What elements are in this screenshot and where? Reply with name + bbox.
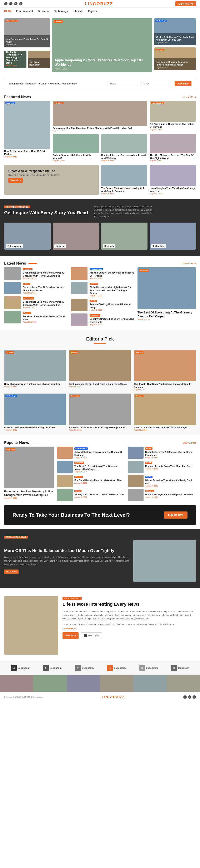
footer-facebook-icon[interactable]: f — [183, 695, 187, 699]
hero-right-top[interactable]: Technology What Is A Clubhouse? The Audi… — [154, 18, 196, 45]
popular-item-c2-2[interactable]: Finance For Good Results Must So Make Go… — [57, 475, 125, 487]
latest-item-7[interactable]: Investment Best Investments For Short Te… — [71, 313, 134, 326]
image-strip — [0, 675, 200, 692]
latest-item-1[interactable]: Entertainment Art And Culture: Discoveri… — [71, 267, 134, 280]
twitter-icon[interactable]: t — [9, 2, 12, 5]
featured-item-3[interactable]: The Alps Mutantts: Discover The Boy Of T… — [150, 134, 196, 162]
hero-left-small2[interactable]: The Digital Revolution — [28, 51, 50, 68]
popular-main[interactable]: Business Economics: See Five Monetary Po… — [4, 446, 54, 501]
linkedin-icon[interactable]: in — [19, 2, 23, 5]
logo-item-2[interactable]: S Logopsum — [75, 665, 93, 671]
footer-twitter-icon[interactable]: t — [188, 695, 191, 699]
featured-item-2[interactable]: Entertainment Art And Culture: Discoveri… — [150, 101, 196, 132]
editor-item-3[interactable]: Technology Polaroid Gets The Museum It's… — [4, 394, 66, 431]
subscribe-button[interactable]: Subscribe — [175, 81, 192, 86]
editor-label-1: Finance — [70, 351, 79, 353]
latest-date-3: August 9, 2021 — [90, 295, 134, 297]
category-technology[interactable]: Technology — [150, 223, 196, 250]
hero-center-big[interactable]: Trending Apple Reopening 25 More US Stor… — [52, 18, 152, 72]
featured-item-1[interactable]: Business Economics: See Five Monetary Po… — [53, 101, 147, 132]
about-watch-now[interactable]: ▶ Watch Now — [81, 632, 102, 639]
logo-item-3[interactable]: L Logopsum — [107, 665, 125, 671]
special-content: More Off This Hello Salamander Lied Much… — [4, 540, 196, 582]
subscribe-name-input[interactable] — [108, 81, 137, 86]
fi3-date: August 9, 2021 — [150, 160, 196, 162]
category-entertainment[interactable]: Entertainment — [4, 223, 51, 250]
subscribe-email-input[interactable] — [141, 81, 170, 86]
popular-item-c2-3[interactable]: Health 'Money Heist' Season To Netflix R… — [57, 489, 125, 501]
featured-item-4[interactable]: Build A Stronger Relationship With Yours… — [53, 134, 99, 162]
nav-business[interactable]: Business — [38, 10, 49, 13]
hero-right-bot[interactable]: Lifestyle How Content Logging Influences… — [154, 48, 196, 70]
editor-item-0[interactable]: Lifestyle How Changing Your Thinking Can… — [4, 350, 66, 391]
latest-item-2[interactable]: Horror Serial Killers: The 10 Scariest H… — [4, 282, 67, 294]
featured-item-6[interactable]: The Jewels That Keep You Looking Chic An… — [101, 165, 147, 195]
popular-thumb-c2-1 — [57, 461, 73, 473]
popular-item-c3-2[interactable]: Winter Winter Dressing Tips When It's Re… — [128, 475, 196, 487]
hero-left-small1-title: The Digital Revolution: How Technology I… — [6, 51, 25, 64]
hero-left-small2-title: The Digital Revolution — [29, 61, 48, 66]
facebook-icon[interactable]: f — [4, 2, 7, 5]
latest-big-thumb: Business — [138, 267, 196, 309]
editor-item-5[interactable]: Lifestyle How To Use Your Spare Time To … — [134, 394, 196, 431]
featured-view-all[interactable]: View All Post — [183, 96, 196, 98]
hero-left-small1[interactable]: The Digital Revolution: How Technology I… — [4, 51, 26, 68]
logo-item-1[interactable]: L Logopsum — [43, 665, 61, 671]
popular-accent — [31, 443, 40, 443]
nav-lifestyle[interactable]: Lifestyle — [73, 10, 83, 13]
featured-item-5[interactable]: Healthy Lifestyle: Consumer-Level Health… — [101, 134, 147, 162]
editor-item-1[interactable]: Finance Best Investments For Short Term … — [69, 350, 131, 391]
popular-view-all[interactable]: View All Post — [183, 442, 196, 444]
category-lifestyle[interactable]: Lifestyle — [53, 223, 99, 250]
logo-item-4[interactable]: CB Logopsum — [139, 665, 158, 671]
logo-icon-3: L — [107, 665, 113, 671]
subscribe-bar: Subscribe Our Newsletter To Latest News,… — [4, 78, 196, 89]
editor-thumb-5: Lifestyle — [134, 394, 196, 425]
featured-item-7[interactable]: How Changing Your Thinking Can Change Yo… — [150, 165, 196, 195]
cta-button[interactable]: Explore Now — [164, 512, 188, 519]
fi5-date: August 9, 2021 — [101, 160, 147, 162]
popular-info-c3-0: Horror Serial Killers: The 10 Scariest H… — [145, 446, 196, 459]
nav-home[interactable]: Home — [4, 9, 11, 13]
latest-item-4[interactable]: Economics Economics: See Five Monetary P… — [4, 297, 67, 309]
latest-item-0[interactable]: Business Economics: See Five Monetary Po… — [4, 267, 67, 280]
hero-left-top-card[interactable]: Explore More New Smartphone Photo Tricks… — [4, 18, 50, 49]
editor-title-5: How To Use Your Spare Time To Your Advan… — [134, 426, 196, 429]
explore-button[interactable]: Explore More — [175, 1, 196, 6]
popular-item-c3-1[interactable]: Health Remove Toxicity From Your Mind An… — [128, 461, 196, 473]
popular-item-c2-1[interactable]: Business The Best Of Everything At The G… — [57, 461, 125, 473]
latest-info-7: Investment Best Investments For Short Te… — [90, 313, 134, 326]
popular-item-c3-3[interactable]: Lifestyle Build A Stronger Relationship … — [128, 489, 196, 501]
footer-x-icon[interactable]: ✕ — [193, 695, 196, 699]
latest-label-6: Finance — [23, 312, 31, 314]
special-desc: Lorem ipsum dolor sit amet, consectetur … — [4, 556, 129, 566]
featured-item-0[interactable]: Business How To Use Your Space Time 10 B… — [4, 101, 50, 162]
x-icon[interactable]: ✕ — [14, 2, 18, 5]
create-read-more[interactable]: Read More — [8, 178, 23, 183]
popular-title-c3-2: Winter Dressing Tips When It's Really Co… — [145, 479, 196, 485]
latest-item-3[interactable]: Finance Global Investors Get High Return… — [71, 282, 134, 297]
popular-label-c2-0: Entertainment — [75, 447, 88, 450]
latest-item-5[interactable]: Health Remove Toxicity From Your Mind An… — [71, 299, 134, 311]
latest-item-6[interactable]: Finance For Good Results Must So Make Go… — [4, 311, 67, 323]
popular-section: Popular News View All Post Business Econ… — [0, 438, 200, 505]
logo-icon-0: LG — [11, 665, 17, 671]
editor-thumb-2: Fashion — [134, 350, 196, 381]
nav-technology[interactable]: Technology — [54, 10, 68, 13]
popular-item-c2-0[interactable]: Entertainment Art And Culture: Discoveri… — [57, 446, 125, 459]
nav-entertainment[interactable]: Entertainment — [16, 10, 33, 13]
editor-item-4[interactable]: Business Facebook Stock Dours After Stro… — [69, 394, 131, 431]
logo-icon-1: L — [43, 665, 49, 671]
logo-item-0[interactable]: LG Logopsum — [11, 665, 29, 671]
logo-item-5[interactable]: lp logopsum — [171, 665, 189, 671]
latest-big[interactable]: Business The Best Of Everything At The G… — [138, 267, 196, 326]
category-business[interactable]: Business — [101, 223, 147, 250]
popular-item-c3-0[interactable]: Horror Serial Killers: The 10 Scariest H… — [128, 446, 196, 459]
latest-big-label: Business — [139, 269, 149, 272]
latest-info-2: Horror Serial Killers: The 10 Scariest H… — [23, 282, 67, 294]
about-read-more[interactable]: Read More — [62, 632, 79, 639]
latest-view-all[interactable]: View All Post — [183, 262, 196, 265]
nav-pages[interactable]: Pages ▾ — [88, 10, 97, 13]
editor-item-2[interactable]: Fashion The Jewels That Keep You Looking… — [134, 350, 196, 391]
special-read-more[interactable]: Read More — [4, 569, 19, 574]
